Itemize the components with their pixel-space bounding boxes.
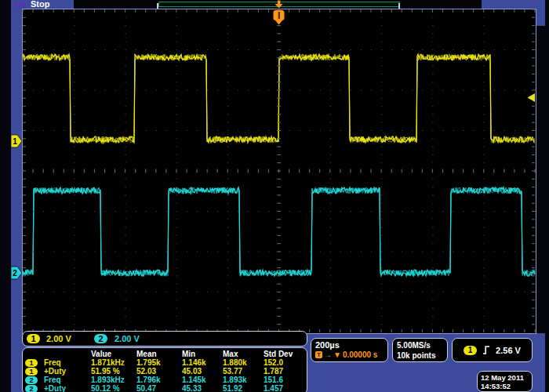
ch1-ground-marker[interactable]: 1 xyxy=(11,135,22,147)
trigger-delay-value: 0.00000 s xyxy=(343,350,378,359)
col-max: Max xyxy=(223,350,264,358)
col-mean: Mean xyxy=(136,350,182,358)
meas-min: 1.146k xyxy=(182,358,223,367)
meas-name: +Duty xyxy=(44,384,91,392)
rising-edge-icon xyxy=(482,345,490,355)
meas-name: Freq xyxy=(44,376,91,384)
meas-mean: 1.796k xyxy=(136,376,182,384)
trigger-delay-readout: T→▼ 0.00000 s xyxy=(315,350,387,359)
arrow-right-icon: → xyxy=(324,350,332,359)
ch1-scale[interactable]: 2.00 V xyxy=(46,334,71,343)
ch2-ground-marker[interactable]: 2 xyxy=(11,267,22,279)
col-min: Min xyxy=(182,350,223,358)
trigger-source-badge: 1 xyxy=(464,346,477,355)
meas-std: 1.457 xyxy=(264,384,307,392)
meas-std: 152.0 xyxy=(264,358,307,367)
meas-value: 1.871kHz xyxy=(91,358,136,367)
meas-min: 45.33 xyxy=(182,384,223,392)
graticule-dots xyxy=(33,17,536,324)
measurement-header-row: Value Mean Min Max Std Dev xyxy=(25,350,307,358)
meas-max: 53.77 xyxy=(223,367,264,376)
meas-value: 51.95 % xyxy=(91,367,136,376)
measurement-row: 1 +Duty 51.95 % 52.03 45.03 53.77 1.787 xyxy=(25,367,307,376)
oscilloscope-screen: Tek Stop 1 2 1 2.00 V 2 xyxy=(0,0,549,392)
meas-max: 51.92 xyxy=(223,384,264,392)
measurement-row: 2 Freq 1.893kHz 1.796k 1.145k 1.893k 151… xyxy=(25,376,307,384)
ch2-trace-fuzz xyxy=(23,187,535,276)
trigger-settings-box[interactable]: 1 2.56 V xyxy=(452,338,533,362)
col-value: Value xyxy=(91,350,136,358)
ch2-trace-fuzz xyxy=(23,187,535,276)
horizontal-settings-box[interactable]: 200µs T→▼ 0.00000 s xyxy=(311,338,388,362)
ch2-trace xyxy=(23,187,535,276)
triangle-down-icon: ▼ xyxy=(333,350,341,359)
meas-mean: 52.03 xyxy=(136,367,182,376)
svg-text:2: 2 xyxy=(13,269,17,278)
meas-mean: 50.47 xyxy=(136,384,182,392)
meas-name: Freq xyxy=(44,358,91,367)
svg-text:1: 1 xyxy=(13,137,17,146)
trigger-t-icon: T xyxy=(315,351,322,358)
ch2-badge: 2 xyxy=(25,376,38,384)
trigger-level-arrow-icon[interactable] xyxy=(528,93,536,102)
time-label: 14:53:52 xyxy=(481,382,532,390)
meas-std: 1.787 xyxy=(264,367,307,376)
meas-max: 1.880k xyxy=(223,358,264,367)
date-label: 12 May 2011 xyxy=(481,373,532,382)
meas-max: 1.893k xyxy=(223,376,264,384)
ch1-badge[interactable]: 1 xyxy=(27,334,40,343)
trigger-position-flag-icon[interactable] xyxy=(274,10,285,25)
meas-value: 1.893kHz xyxy=(91,376,136,384)
meas-std: 151.6 xyxy=(264,376,307,384)
meas-name: +Duty xyxy=(44,367,91,376)
acquisition-box[interactable]: 5.00MS/s 10k points xyxy=(392,338,448,362)
meas-min: 1.145k xyxy=(182,376,223,384)
trigger-level: 2.56 V xyxy=(496,346,521,355)
measurement-panel: Value Mean Min Max Std Dev 1 Freq 1.871k… xyxy=(22,347,307,392)
meas-min: 45.03 xyxy=(182,367,223,376)
ch2-badge: 2 xyxy=(25,385,38,392)
sample-rate: 5.00MS/s xyxy=(397,340,447,350)
record-length: 10k points xyxy=(397,350,447,361)
ch2-badge[interactable]: 2 xyxy=(94,334,107,343)
meas-value: 50.12 % xyxy=(91,384,136,392)
ch1-badge: 1 xyxy=(25,368,38,376)
trigger-record-arrow-icon[interactable] xyxy=(275,1,283,9)
datetime-box: 12 May 2011 14:53:52 xyxy=(477,371,533,392)
col-stddev: Std Dev xyxy=(264,350,307,358)
measurement-row: 2 +Duty 50.12 % 50.47 45.33 51.92 1.457 xyxy=(25,384,307,392)
meas-mean: 1.795k xyxy=(136,358,182,367)
ch2-scale[interactable]: 2.00 V xyxy=(115,334,140,343)
timebase-scale: 200µs xyxy=(315,340,387,350)
channel-scale-bar[interactable]: 1 2.00 V 2 2.00 V xyxy=(22,331,307,347)
measurement-row: 1 Freq 1.871kHz 1.795k 1.146k 1.880k 152… xyxy=(25,358,307,367)
ch1-badge: 1 xyxy=(25,359,38,367)
